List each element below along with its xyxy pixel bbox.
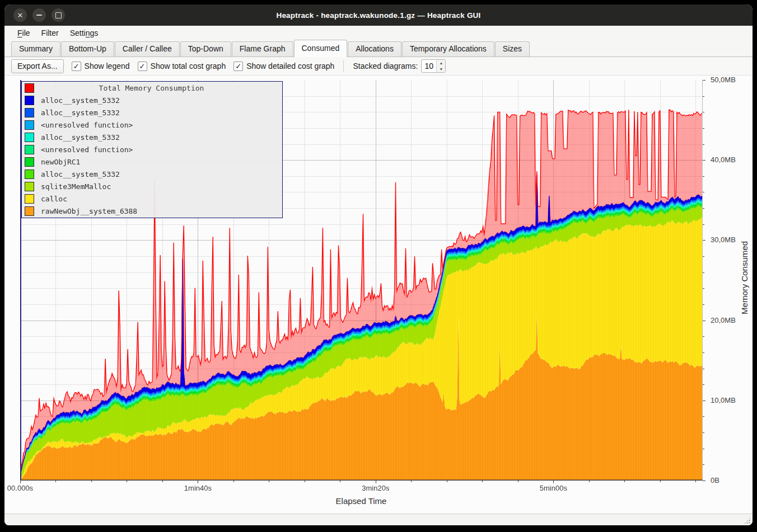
legend-item-label: <unresolved function> (41, 121, 133, 129)
legend-swatch (25, 170, 34, 179)
status-bar (4, 514, 753, 525)
chart-region: 00.000s1min40s3min20s5min00s0B10,0MB20,0… (4, 76, 753, 514)
checkbox-label: Show legend (85, 62, 130, 70)
legend-item: calloc (22, 192, 282, 205)
tab-top-down[interactable]: Top-Down (180, 41, 231, 57)
x-axis-title: Elapsed Time (316, 496, 406, 506)
legend-title: Total Memory Consumption (34, 84, 282, 92)
minimize-button[interactable] (32, 8, 46, 22)
tab-consumed[interactable]: Consumed (294, 40, 348, 57)
y-tick-label: 0B (711, 476, 719, 484)
toolbar-checkboxes: ✓Show legend✓Show total cost graph✓Show … (72, 62, 335, 71)
legend-item: <unresolved function> (22, 144, 282, 156)
stacked-diagrams-value[interactable]: 10 (422, 60, 436, 72)
legend-swatch (25, 96, 34, 105)
spin-up-icon[interactable]: ▲ (437, 60, 445, 66)
tab-bottom-up[interactable]: Bottom-Up (61, 41, 114, 57)
x-tick-label: 3min20s (356, 484, 395, 492)
checkbox-icon[interactable]: ✓ (138, 62, 147, 71)
legend-swatch (25, 145, 34, 154)
legend-item-label: rawNewObj__system_6388 (41, 207, 137, 215)
resize-grip[interactable] (744, 517, 751, 524)
x-tick-label: 1min40s (178, 484, 217, 492)
y-tick-label: 20,0MB (711, 316, 736, 324)
y-axis-title: Memory Consumed (740, 241, 749, 314)
menu-item-settings[interactable]: Settings (64, 27, 104, 39)
stacked-diagrams-spinbox[interactable]: 10 ▲ ▼ (421, 59, 446, 73)
legend-swatch (25, 194, 34, 204)
y-tick-label: 40,0MB (711, 156, 736, 164)
toolbar-separator (343, 60, 344, 72)
checkbox-icon[interactable]: ✓ (233, 62, 243, 71)
legend-item: newObjRC1 (22, 156, 282, 168)
spin-down-icon[interactable]: ▼ (437, 66, 445, 72)
legend-swatch (25, 182, 34, 191)
checkbox-show-legend[interactable]: ✓Show legend (72, 62, 130, 71)
tab-flame-graph[interactable]: Flame Graph (232, 41, 293, 57)
y-tick-label: 30,0MB (711, 236, 736, 244)
tab-temporary-allocations[interactable]: Temporary Allocations (402, 41, 494, 57)
tab-caller-callee[interactable]: Caller / Callee (115, 41, 180, 57)
checkbox-icon[interactable]: ✓ (72, 62, 81, 71)
legend-item: alloc__system_5332 (22, 168, 282, 180)
menu-item-file[interactable]: File (12, 27, 36, 39)
legend-item-label: alloc__system_5332 (41, 170, 120, 178)
checkbox-show-total-cost-graph[interactable]: ✓Show total cost graph (138, 62, 226, 71)
close-button[interactable]: ✕ (13, 8, 27, 22)
legend-title-row: Total Memory Consumption (22, 82, 282, 95)
legend-item: alloc__system_5332 (22, 95, 282, 107)
maximize-button[interactable] (52, 8, 65, 22)
legend-item: sqlite3MemMalloc (22, 180, 282, 192)
window-controls: ✕ (13, 8, 65, 22)
window-title: Heaptrack - heaptrack.wakunode.1.gz — He… (276, 11, 480, 20)
app-window: ✕ Heaptrack - heaptrack.wakunode.1.gz — … (4, 4, 753, 525)
menu-bar: FileFilterSettings (4, 26, 753, 40)
checkbox-label: Show total cost graph (151, 62, 226, 70)
checkbox-label: Show detailed cost graph (246, 62, 334, 70)
y-tick-label: 10,0MB (711, 396, 736, 404)
menu-item-filter[interactable]: Filter (36, 27, 64, 39)
legend-item: alloc__system_5332 (22, 107, 282, 119)
legend-swatch (25, 120, 34, 130)
legend-item-label: newObjRC1 (41, 158, 80, 166)
title-bar: ✕ Heaptrack - heaptrack.wakunode.1.gz — … (4, 4, 753, 26)
legend-item-label: calloc (41, 195, 67, 203)
legend-item-label: sqlite3MemMalloc (41, 182, 111, 191)
stacked-diagrams-label: Stacked diagrams: (353, 62, 418, 70)
export-as-button[interactable]: Export As... (11, 59, 64, 73)
checkbox-show-detailed-cost-graph[interactable]: ✓Show detailed cost graph (233, 62, 334, 71)
x-tick-label: 00.000s (4, 484, 40, 492)
legend-item-label: alloc__system_5332 (41, 96, 120, 105)
chart-legend: Total Memory Consumptionalloc__system_53… (21, 81, 283, 218)
legend-swatch (25, 157, 34, 167)
tab-allocations[interactable]: Allocations (348, 41, 401, 57)
legend-swatch (25, 206, 34, 216)
tab-summary[interactable]: Summary (11, 41, 60, 57)
toolbar: Export As... ✓Show legend✓Show total cos… (4, 57, 753, 76)
legend-item-label: <unresolved function> (41, 145, 133, 154)
legend-swatch (25, 133, 34, 142)
legend-swatch (25, 83, 34, 93)
legend-swatch (25, 108, 34, 117)
legend-item: <unresolved function> (22, 119, 282, 131)
legend-item-label: alloc__system_5332 (41, 109, 120, 117)
tab-sizes[interactable]: Sizes (495, 41, 530, 57)
x-tick-label: 5min00s (534, 484, 573, 492)
legend-item: rawNewObj__system_6388 (22, 205, 282, 217)
y-tick-label: 50,0MB (711, 76, 736, 84)
legend-item-label: alloc__system_5332 (41, 133, 120, 142)
tab-bar: SummaryBottom-UpCaller / CalleeTop-DownF… (4, 40, 753, 57)
legend-item: alloc__system_5332 (22, 131, 282, 144)
